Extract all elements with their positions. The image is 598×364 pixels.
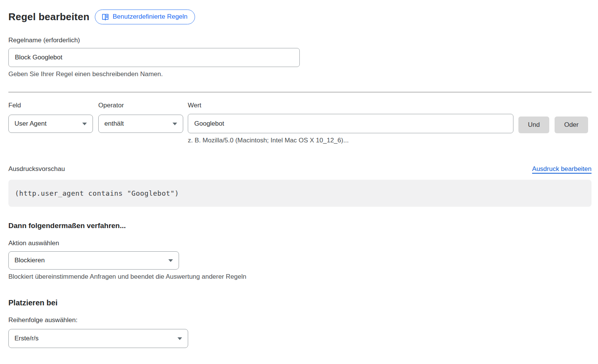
expression-builder-row: Feld User Agent Operator enthält Wert z.… <box>8 102 592 144</box>
title-row: Regel bearbeiten Benutzerdefinierte Rege… <box>8 8 592 25</box>
chevron-down-icon <box>173 123 177 125</box>
rule-name-group: Regelname (erforderlich) Geben Sie Ihrer… <box>8 37 592 78</box>
docs-badge-label: Benutzerdefinierte Regeln <box>113 13 188 21</box>
expression-preview-label: Ausdrucksvorschau <box>8 165 65 173</box>
field-column: Feld User Agent <box>8 102 93 133</box>
operator-select[interactable]: enthält <box>98 115 183 133</box>
value-example-help: z. B. Mozilla/5.0 (Macintosh; Intel Mac … <box>188 137 513 144</box>
placement-section-heading: Platzieren bei <box>8 299 592 307</box>
open-book-icon <box>101 13 109 21</box>
and-button[interactable]: Und <box>518 117 549 133</box>
chevron-down-icon <box>82 123 87 125</box>
edit-expression-link[interactable]: Ausdruck bearbeiten <box>532 165 592 173</box>
section-divider <box>8 92 592 93</box>
rule-editor-page: Regel bearbeiten Benutzerdefinierte Rege… <box>0 0 598 348</box>
custom-rules-docs-button[interactable]: Benutzerdefinierte Regeln <box>95 10 195 24</box>
operator-label: Operator <box>98 102 183 109</box>
value-column: Wert z. B. Mozilla/5.0 (Macintosh; Intel… <box>188 102 513 144</box>
order-select[interactable]: Erste/r/s <box>8 329 188 348</box>
page-title: Regel bearbeiten <box>8 11 90 23</box>
chevron-down-icon <box>177 337 182 340</box>
rule-name-input[interactable] <box>8 48 300 67</box>
order-select-label: Reihenfolge auswählen: <box>8 316 592 324</box>
or-button[interactable]: Oder <box>555 117 588 133</box>
action-section-heading: Dann folgendermaßen verfahren... <box>8 222 592 230</box>
rule-name-label: Regelname (erforderlich) <box>8 37 592 44</box>
action-select-label: Aktion auswählen <box>8 239 592 247</box>
expression-preview-header: Ausdrucksvorschau Ausdruck bearbeiten <box>8 165 592 173</box>
action-select[interactable]: Blockieren <box>8 251 179 270</box>
rule-name-help: Geben Sie Ihrer Regel einen beschreibend… <box>8 70 592 78</box>
expression-code: (http.user_agent contains "Googlebot") <box>15 189 179 197</box>
operator-select-value: enthält <box>104 120 124 128</box>
field-select-value: User Agent <box>14 120 46 128</box>
field-label: Feld <box>8 102 93 109</box>
field-select[interactable]: User Agent <box>8 115 93 133</box>
connector-buttons: Und Oder <box>518 117 588 133</box>
value-input[interactable] <box>188 114 513 133</box>
expression-preview-box: (http.user_agent contains "Googlebot") <box>8 180 592 207</box>
action-help: Blockiert übereinstimmende Anfragen und … <box>8 273 592 281</box>
value-label: Wert <box>188 102 513 109</box>
action-select-value: Blockieren <box>14 257 45 264</box>
chevron-down-icon <box>168 259 173 262</box>
operator-column: Operator enthält <box>98 102 183 133</box>
order-select-value: Erste/r/s <box>14 335 38 342</box>
